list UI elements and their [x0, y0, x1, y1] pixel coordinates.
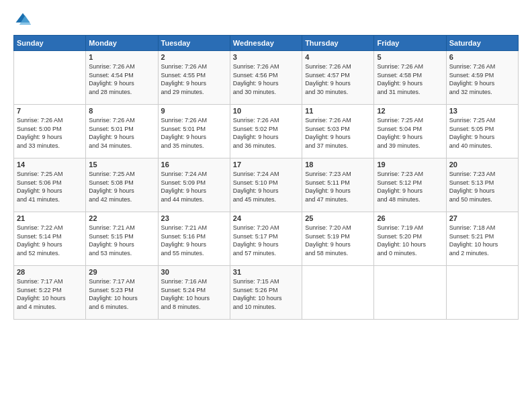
day-info: Sunrise: 7:23 AM Sunset: 5:13 PM Dayligh… — [449, 170, 515, 203]
day-number: 1 — [89, 53, 154, 61]
day-info: Sunrise: 7:17 AM Sunset: 5:23 PM Dayligh… — [89, 277, 154, 311]
day-info: Sunrise: 7:26 AM Sunset: 5:00 PM Dayligh… — [17, 116, 83, 150]
calendar-cell: 7Sunrise: 7:26 AM Sunset: 5:00 PM Daylig… — [14, 105, 86, 158]
day-number: 12 — [377, 107, 443, 115]
calendar-cell: 15Sunrise: 7:25 AM Sunset: 5:08 PM Dayli… — [86, 158, 158, 212]
day-number: 17 — [233, 161, 299, 169]
day-number: 28 — [17, 268, 83, 276]
week-row-4: 21Sunrise: 7:22 AM Sunset: 5:14 PM Dayli… — [14, 212, 519, 266]
day-info: Sunrise: 7:21 AM Sunset: 5:15 PM Dayligh… — [89, 224, 154, 257]
weekday-header-thursday: Thursday — [302, 36, 374, 51]
day-info: Sunrise: 7:26 AM Sunset: 5:02 PM Dayligh… — [233, 116, 299, 150]
day-number: 18 — [305, 161, 371, 169]
day-info: Sunrise: 7:19 AM Sunset: 5:20 PM Dayligh… — [377, 224, 443, 257]
day-info: Sunrise: 7:21 AM Sunset: 5:16 PM Dayligh… — [161, 224, 227, 257]
day-info: Sunrise: 7:26 AM Sunset: 4:59 PM Dayligh… — [449, 62, 515, 96]
day-info: Sunrise: 7:17 AM Sunset: 5:22 PM Dayligh… — [17, 277, 83, 311]
day-info: Sunrise: 7:26 AM Sunset: 4:55 PM Dayligh… — [161, 62, 227, 96]
day-info: Sunrise: 7:26 AM Sunset: 4:58 PM Dayligh… — [377, 62, 443, 96]
calendar-cell: 4Sunrise: 7:26 AM Sunset: 4:57 PM Daylig… — [302, 51, 374, 105]
calendar-cell: 28Sunrise: 7:17 AM Sunset: 5:22 PM Dayli… — [14, 266, 86, 320]
day-info: Sunrise: 7:23 AM Sunset: 5:11 PM Dayligh… — [305, 170, 371, 203]
weekday-header-tuesday: Tuesday — [158, 36, 230, 51]
calendar-cell: 14Sunrise: 7:25 AM Sunset: 5:06 PM Dayli… — [14, 158, 86, 212]
day-number: 22 — [89, 214, 154, 222]
calendar-cell: 27Sunrise: 7:18 AM Sunset: 5:21 PM Dayli… — [446, 212, 518, 266]
week-row-3: 14Sunrise: 7:25 AM Sunset: 5:06 PM Dayli… — [14, 158, 519, 212]
day-number: 26 — [377, 214, 443, 222]
weekday-header-sunday: Sunday — [14, 36, 86, 51]
weekday-header-monday: Monday — [86, 36, 158, 51]
day-number: 29 — [89, 268, 154, 276]
day-info: Sunrise: 7:26 AM Sunset: 5:01 PM Dayligh… — [89, 116, 154, 150]
day-number: 20 — [449, 161, 515, 169]
day-number: 27 — [449, 214, 515, 222]
calendar-cell: 2Sunrise: 7:26 AM Sunset: 4:55 PM Daylig… — [158, 51, 230, 105]
day-number: 13 — [449, 107, 515, 115]
day-info: Sunrise: 7:18 AM Sunset: 5:21 PM Dayligh… — [449, 224, 515, 257]
calendar-cell: 18Sunrise: 7:23 AM Sunset: 5:11 PM Dayli… — [302, 158, 374, 212]
day-number: 10 — [233, 107, 299, 115]
day-number: 14 — [17, 161, 83, 169]
day-number: 5 — [377, 53, 443, 61]
calendar-cell — [446, 266, 518, 320]
day-number: 23 — [161, 214, 227, 222]
day-number: 19 — [377, 161, 443, 169]
header — [13, 11, 519, 30]
day-number: 11 — [305, 107, 371, 115]
calendar-page: SundayMondayTuesdayWednesdayThursdayFrid… — [0, 0, 532, 411]
day-number: 15 — [89, 161, 154, 169]
calendar-cell: 6Sunrise: 7:26 AM Sunset: 4:59 PM Daylig… — [446, 51, 518, 105]
day-number: 4 — [305, 53, 371, 61]
week-row-2: 7Sunrise: 7:26 AM Sunset: 5:00 PM Daylig… — [14, 105, 519, 158]
day-number: 24 — [233, 214, 299, 222]
calendar-table: SundayMondayTuesdayWednesdayThursdayFrid… — [13, 35, 519, 320]
week-row-5: 28Sunrise: 7:17 AM Sunset: 5:22 PM Dayli… — [14, 266, 519, 320]
day-number: 25 — [305, 214, 371, 222]
calendar-cell — [374, 266, 446, 320]
weekday-header-saturday: Saturday — [446, 36, 518, 51]
logo — [13, 11, 35, 30]
calendar-cell: 21Sunrise: 7:22 AM Sunset: 5:14 PM Dayli… — [14, 212, 86, 266]
day-number: 3 — [233, 53, 299, 61]
day-info: Sunrise: 7:25 AM Sunset: 5:05 PM Dayligh… — [449, 116, 515, 150]
calendar-cell: 5Sunrise: 7:26 AM Sunset: 4:58 PM Daylig… — [374, 51, 446, 105]
day-number: 31 — [233, 268, 299, 276]
day-number: 9 — [161, 107, 227, 115]
day-info: Sunrise: 7:25 AM Sunset: 5:04 PM Dayligh… — [377, 116, 443, 150]
calendar-cell — [14, 51, 86, 105]
day-info: Sunrise: 7:26 AM Sunset: 5:03 PM Dayligh… — [305, 116, 371, 150]
calendar-cell: 26Sunrise: 7:19 AM Sunset: 5:20 PM Dayli… — [374, 212, 446, 266]
calendar-cell: 19Sunrise: 7:23 AM Sunset: 5:12 PM Dayli… — [374, 158, 446, 212]
calendar-cell: 31Sunrise: 7:15 AM Sunset: 5:26 PM Dayli… — [230, 266, 302, 320]
calendar-cell: 12Sunrise: 7:25 AM Sunset: 5:04 PM Dayli… — [374, 105, 446, 158]
calendar-cell: 30Sunrise: 7:16 AM Sunset: 5:24 PM Dayli… — [158, 266, 230, 320]
day-number: 6 — [449, 53, 515, 61]
day-info: Sunrise: 7:26 AM Sunset: 4:57 PM Dayligh… — [305, 62, 371, 96]
day-number: 21 — [17, 214, 83, 222]
calendar-cell: 23Sunrise: 7:21 AM Sunset: 5:16 PM Dayli… — [158, 212, 230, 266]
calendar-cell: 25Sunrise: 7:20 AM Sunset: 5:19 PM Dayli… — [302, 212, 374, 266]
calendar-cell: 24Sunrise: 7:20 AM Sunset: 5:17 PM Dayli… — [230, 212, 302, 266]
day-info: Sunrise: 7:26 AM Sunset: 4:54 PM Dayligh… — [89, 62, 154, 96]
day-info: Sunrise: 7:25 AM Sunset: 5:08 PM Dayligh… — [89, 170, 154, 203]
calendar-cell: 22Sunrise: 7:21 AM Sunset: 5:15 PM Dayli… — [86, 212, 158, 266]
calendar-cell: 20Sunrise: 7:23 AM Sunset: 5:13 PM Dayli… — [446, 158, 518, 212]
day-info: Sunrise: 7:23 AM Sunset: 5:12 PM Dayligh… — [377, 170, 443, 203]
calendar-cell: 10Sunrise: 7:26 AM Sunset: 5:02 PM Dayli… — [230, 105, 302, 158]
weekday-header-friday: Friday — [374, 36, 446, 51]
day-info: Sunrise: 7:22 AM Sunset: 5:14 PM Dayligh… — [17, 224, 83, 257]
calendar-cell: 17Sunrise: 7:24 AM Sunset: 5:10 PM Dayli… — [230, 158, 302, 212]
calendar-cell: 16Sunrise: 7:24 AM Sunset: 5:09 PM Dayli… — [158, 158, 230, 212]
calendar-cell: 29Sunrise: 7:17 AM Sunset: 5:23 PM Dayli… — [86, 266, 158, 320]
day-number: 16 — [161, 161, 227, 169]
calendar-cell: 3Sunrise: 7:26 AM Sunset: 4:56 PM Daylig… — [230, 51, 302, 105]
calendar-cell: 8Sunrise: 7:26 AM Sunset: 5:01 PM Daylig… — [86, 105, 158, 158]
weekday-header-row: SundayMondayTuesdayWednesdayThursdayFrid… — [14, 36, 519, 51]
day-number: 30 — [161, 268, 227, 276]
logo-icon — [13, 11, 32, 30]
calendar-cell: 9Sunrise: 7:26 AM Sunset: 5:01 PM Daylig… — [158, 105, 230, 158]
day-info: Sunrise: 7:24 AM Sunset: 5:09 PM Dayligh… — [161, 170, 227, 203]
calendar-cell — [302, 266, 374, 320]
day-number: 8 — [89, 107, 154, 115]
